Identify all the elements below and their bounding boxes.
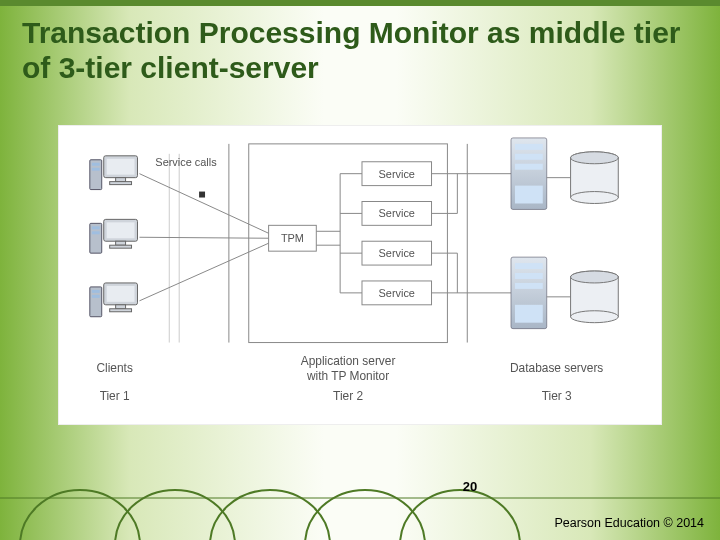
svg-rect-40 (110, 309, 132, 312)
client-pcs (90, 156, 138, 317)
svg-rect-39 (116, 305, 126, 309)
svg-rect-38 (107, 286, 135, 302)
call-marker (199, 192, 205, 198)
svg-rect-36 (92, 231, 100, 234)
svg-rect-33 (110, 245, 132, 248)
svg-rect-63 (515, 283, 543, 289)
svg-point-58 (571, 192, 619, 204)
svg-rect-42 (92, 290, 100, 293)
svg-rect-54 (515, 186, 543, 204)
svg-rect-28 (92, 163, 100, 166)
service-calls-label: Service calls (155, 156, 217, 168)
copyright-footer: Pearson Education © 2014 (554, 516, 704, 530)
page-number: 20 (450, 479, 490, 494)
tier2-sub: Tier 2 (333, 389, 363, 403)
tpm-label: TPM (281, 232, 304, 244)
svg-rect-31 (107, 222, 135, 238)
svg-rect-52 (515, 154, 543, 160)
tier1-sub: Tier 1 (100, 389, 130, 403)
tier1-label: Clients (96, 361, 132, 375)
svg-point-68 (571, 311, 619, 323)
svg-rect-64 (515, 305, 543, 323)
svg-point-59 (571, 152, 619, 164)
svg-point-69 (571, 271, 619, 283)
svg-rect-43 (92, 295, 100, 298)
svg-rect-61 (515, 263, 543, 269)
svg-rect-26 (110, 182, 132, 185)
tier2-label-line2: with TP Monitor (306, 369, 389, 383)
svg-rect-35 (92, 226, 100, 229)
svg-text:Service: Service (379, 207, 415, 219)
tier3-label: Database servers (510, 361, 603, 375)
svg-rect-25 (116, 178, 126, 182)
tier2-label-line1: Application server (301, 354, 396, 368)
tier3-sub: Tier 3 (542, 389, 572, 403)
svg-rect-62 (515, 273, 543, 279)
svg-rect-53 (515, 164, 543, 170)
slide: Transaction Processing Monitor as middle… (0, 0, 720, 540)
svg-rect-51 (515, 144, 543, 150)
diagram-svg: TPM Service Service Service Service (59, 126, 661, 424)
svg-text:Service: Service (379, 247, 415, 259)
svg-rect-24 (107, 159, 135, 175)
svg-rect-32 (116, 241, 126, 245)
db-server-top (511, 138, 618, 210)
slide-title: Transaction Processing Monitor as middle… (0, 6, 720, 91)
architecture-diagram: TPM Service Service Service Service (58, 125, 662, 425)
svg-text:Service: Service (379, 168, 415, 180)
svg-rect-29 (92, 168, 100, 171)
db-server-bottom (511, 257, 618, 329)
svg-text:Service: Service (379, 287, 415, 299)
